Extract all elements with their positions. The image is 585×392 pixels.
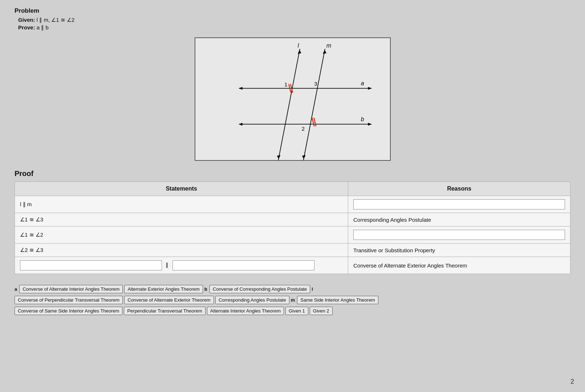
answer-row-2: Converse of Perpendicular Transversal Th… — [15, 296, 378, 304]
table-row: ∠1 ≅ ∠2 — [15, 226, 570, 244]
chip-converse-alt-exterior[interactable]: Converse of Alternate Exterior Theorem — [124, 296, 214, 304]
svg-marker-1 — [368, 87, 371, 90]
table-row: ∠1 ≅ ∠3 Corresponding Angles Postulate — [15, 213, 570, 226]
table-row: l ∥ m — [15, 196, 570, 213]
proof-title: Proof — [15, 170, 570, 178]
svg-marker-10 — [277, 155, 280, 159]
table-row: ∠2 ≅ ∠3 Transitive or Substitution Prope… — [15, 244, 570, 257]
svg-text:l: l — [297, 42, 299, 49]
statement-5-left-input[interactable] — [20, 260, 162, 270]
problem-prove: Prove: a ∥ b — [18, 24, 570, 31]
proof-section: Proof Statements Reasons l ∥ m ∠1 ≅ ∠3 C… — [15, 170, 570, 274]
svg-marker-9 — [297, 50, 301, 54]
problem-given: Given: l ∥ m, ∠1 ≅ ∠2 — [18, 17, 570, 23]
reason-3-cell — [348, 226, 570, 244]
reason-5: Converse of Alternate Exterior Angles Th… — [348, 257, 570, 274]
svg-text:m: m — [326, 42, 331, 49]
svg-marker-6 — [239, 123, 242, 126]
statements-header: Statements — [15, 182, 348, 196]
problem-title: Problem — [15, 7, 570, 15]
svg-marker-13 — [323, 50, 326, 54]
svg-text:3: 3 — [314, 81, 317, 87]
chip-converse-perp-transversal[interactable]: Converse of Perpendicular Transversal Th… — [15, 296, 123, 304]
statement-5-right-input[interactable] — [172, 260, 314, 270]
statement-1: l ∥ m — [15, 196, 348, 213]
answer-row-1: a Converse of Alternate Interior Angles … — [15, 285, 314, 293]
answer-row-3: Converse of Same Side Interior Angles Th… — [15, 307, 333, 315]
statement-2: ∠1 ≅ ∠3 — [15, 213, 348, 226]
prove-label: Prove: — [18, 24, 35, 30]
svg-marker-5 — [368, 123, 371, 126]
svg-text:2: 2 — [301, 126, 304, 132]
label-a: a — [15, 286, 17, 292]
label-l: l — [312, 286, 313, 292]
label-b: b — [204, 286, 207, 292]
reason-1-cell — [348, 196, 570, 213]
answer-bank: a Converse of Alternate Interior Angles … — [15, 285, 570, 316]
prove-value: a ∥ b — [37, 24, 49, 30]
svg-text:a: a — [361, 80, 364, 86]
chip-converse-corresponding[interactable]: Converse of Corresponding Angles Postula… — [210, 285, 310, 293]
given-label: Given: — [18, 17, 35, 23]
svg-text:b: b — [361, 116, 364, 122]
svg-marker-2 — [239, 87, 242, 90]
statement-4: ∠2 ≅ ∠3 — [15, 244, 348, 257]
svg-text:1: 1 — [284, 82, 287, 87]
diagram-svg: a b l m 1 3 2 — [195, 38, 390, 160]
statement-5-cell: ∥ — [15, 257, 348, 274]
reason-4: Transitive or Substitution Property — [348, 244, 570, 257]
svg-line-8 — [278, 49, 300, 160]
chip-given-2[interactable]: Given 2 — [310, 307, 333, 315]
table-row: ∥ Converse of Alternate Exterior Angles … — [15, 257, 570, 274]
reasons-header: Reasons — [348, 182, 570, 196]
parallel-symbol: ∥ — [166, 262, 168, 268]
chip-converse-same-side[interactable]: Converse of Same Side Interior Angles Th… — [15, 307, 122, 315]
label-m: m — [291, 297, 295, 303]
reason-2: Corresponding Angles Postulate — [348, 213, 570, 226]
problem-section: Problem Given: l ∥ m, ∠1 ≅ ∠2 Prove: a ∥… — [15, 7, 570, 31]
chip-converse-alt-interior[interactable]: Converse of Alternate Interior Angles Th… — [19, 285, 123, 293]
chip-corresponding-postulate[interactable]: Corresponding Angles Postulate — [215, 296, 289, 304]
chip-alt-interior[interactable]: Alternate Interior Angles Theorem — [207, 307, 284, 315]
given-value: l ∥ m, ∠1 ≅ ∠2 — [37, 17, 75, 23]
chip-same-side-interior[interactable]: Same Side Interior Angles Theorem — [297, 296, 378, 304]
diagram-container: a b l m 1 3 2 — [15, 37, 570, 161]
reason-1-input[interactable] — [353, 199, 565, 209]
svg-line-12 — [303, 49, 325, 160]
proof-table: Statements Reasons l ∥ m ∠1 ≅ ∠3 Corresp… — [15, 181, 570, 274]
statement-3: ∠1 ≅ ∠2 — [15, 226, 348, 244]
chip-given-1[interactable]: Given 1 — [285, 307, 308, 315]
diagram-box: a b l m 1 3 2 — [195, 37, 391, 161]
chip-alt-exterior[interactable]: Alternate Exterior Angles Theorem — [124, 285, 203, 293]
page-number: 2 — [570, 378, 574, 385]
svg-marker-14 — [302, 155, 305, 159]
chip-perp-transversal[interactable]: Perpendicular Transversal Theorem — [124, 307, 205, 315]
reason-3-input[interactable] — [353, 230, 565, 240]
